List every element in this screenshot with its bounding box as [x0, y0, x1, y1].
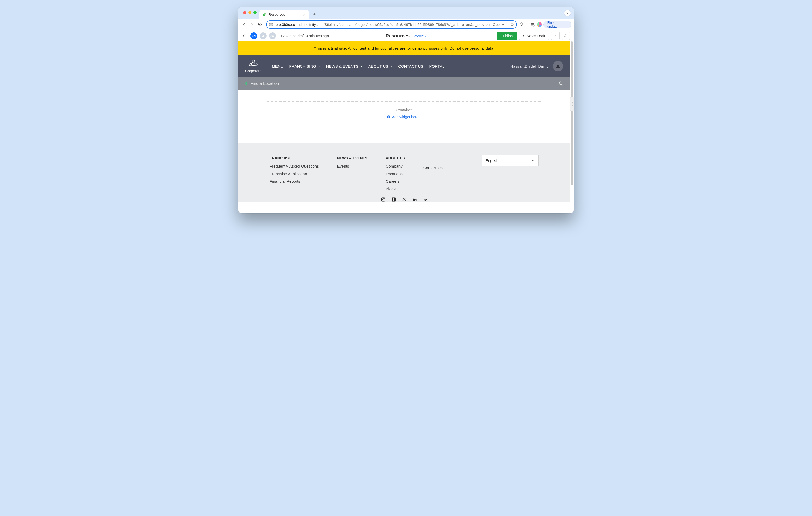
minimize-window-button[interactable] — [248, 11, 252, 14]
social-bar — [365, 194, 443, 202]
maximize-window-button[interactable] — [254, 11, 257, 14]
svg-point-7 — [553, 35, 554, 36]
favicon-icon — [262, 12, 267, 17]
footer-heading: FRANCHISE — [270, 156, 319, 160]
browser-forward-button[interactable] — [249, 20, 255, 29]
container-widget[interactable]: Container Add widget here... — [267, 101, 541, 127]
nav-item-contact[interactable]: CONTACT US — [398, 64, 423, 68]
footer-col-contact: Contact Us — [423, 165, 443, 194]
language-value: English — [486, 158, 498, 163]
scrollbar-track — [571, 41, 573, 211]
svg-point-23 — [384, 198, 384, 199]
preview-link[interactable]: Preview — [413, 34, 427, 38]
chevron-down-icon — [531, 159, 535, 162]
site-settings-icon[interactable] — [269, 22, 273, 27]
footer-contact-link[interactable]: Contact Us — [423, 165, 443, 170]
add-widget-button[interactable]: Add widget here... — [387, 115, 422, 119]
tab-overflow-button[interactable] — [564, 10, 571, 16]
chevron-down-icon: ▼ — [318, 65, 320, 68]
user-avatar-icon[interactable] — [553, 61, 563, 71]
draft-status-text: Saved as draft 3 minutes ago — [281, 34, 329, 38]
address-bar[interactable]: pro.3b0ce.cloud.sitefinity.com/Sitefinit… — [266, 20, 517, 29]
plus-circle-icon — [387, 115, 390, 119]
browser-window: Resources × + — [238, 7, 574, 213]
trial-banner: This is a trial site. All content and fu… — [238, 41, 570, 55]
finish-update-label: Finish update — [547, 21, 562, 29]
svg-rect-13 — [567, 37, 568, 37]
ab-test-pill[interactable]: A/B — [269, 32, 276, 39]
linkedin-icon[interactable] — [412, 197, 417, 202]
add-widget-label: Add widget here... — [392, 115, 422, 119]
svg-marker-14 — [252, 60, 254, 62]
svg-point-19 — [559, 82, 562, 85]
close-window-button[interactable] — [243, 11, 246, 14]
footer-link[interactable]: Locations — [386, 172, 405, 176]
footer-link[interactable]: Careers — [386, 179, 405, 183]
site-header: Corporate MENU FRANCHISING▼ NEWS & EVENT… — [238, 55, 570, 78]
language-pill[interactable]: EN — [250, 32, 257, 39]
finish-update-button[interactable]: Finish update ⋮ — [543, 21, 571, 29]
page-viewport: This is a trial site. All content and fu… — [238, 41, 574, 213]
trial-banner-bold: This is a trial site. — [314, 46, 347, 51]
footer-link[interactable]: Blogs — [386, 187, 405, 191]
scrollbar-thumb[interactable] — [571, 41, 573, 185]
chevron-down-icon: ▼ — [360, 65, 362, 68]
svg-point-6 — [263, 35, 264, 36]
find-location-link[interactable]: Find a Location — [250, 81, 279, 86]
footer-link[interactable]: Frequently Asked Questions — [270, 164, 319, 168]
url-text: pro.3b0ce.cloud.sitefinity.com/Sitefinit… — [276, 23, 508, 27]
new-tab-button[interactable]: + — [311, 10, 318, 18]
facebook-icon[interactable] — [392, 197, 396, 202]
pin-icon — [244, 81, 248, 86]
footer-link[interactable]: Financial Reports — [270, 179, 319, 183]
svg-rect-4 — [269, 25, 271, 26]
svg-rect-2 — [269, 23, 271, 24]
save-draft-button[interactable]: Save as Draft — [519, 32, 549, 40]
window-controls — [243, 11, 257, 14]
container-label: Container — [267, 108, 541, 112]
language-select[interactable]: English — [482, 155, 539, 166]
svg-point-26 — [413, 198, 413, 199]
app-center: Resources Preview — [385, 33, 427, 39]
tab-close-button[interactable]: × — [303, 12, 305, 17]
yelp-icon[interactable] — [423, 197, 428, 202]
svg-point-17 — [557, 65, 559, 66]
svg-point-22 — [382, 199, 384, 200]
user-name[interactable]: Hassan.Djirdeh Djir… — [511, 64, 548, 68]
nav-item-menu[interactable]: MENU — [272, 64, 283, 68]
instagram-icon[interactable] — [381, 197, 385, 202]
reading-list-icon[interactable] — [530, 21, 535, 28]
more-actions-button[interactable] — [551, 32, 559, 40]
footer-heading: ABOUT US — [386, 156, 405, 160]
browser-back-button[interactable] — [241, 20, 247, 29]
canvas-area: Container Add widget here... — [238, 90, 570, 143]
nav-item-franchising[interactable]: FRANCHISING▼ — [289, 64, 320, 68]
extensions-icon[interactable] — [519, 21, 524, 28]
svg-rect-11 — [564, 37, 565, 37]
footer-link[interactable]: Franchise Application — [270, 172, 319, 176]
brand[interactable]: Corporate — [245, 59, 261, 73]
publish-button[interactable]: Publish — [496, 32, 517, 40]
app-toolbar: EN A/B Saved as draft 3 minutes ago Reso… — [238, 30, 574, 41]
browser-reload-button[interactable] — [257, 20, 263, 29]
svg-rect-12 — [566, 37, 567, 37]
nav-item-news[interactable]: NEWS & EVENTS▼ — [326, 64, 362, 68]
x-twitter-icon[interactable] — [402, 197, 407, 202]
footer-link[interactable]: Events — [337, 164, 368, 168]
user-pill-icon[interactable] — [260, 32, 267, 39]
nav-item-about[interactable]: ABOUT US▼ — [368, 64, 393, 68]
bookmark-star-icon[interactable] — [510, 22, 514, 27]
brand-name: Corporate — [245, 69, 261, 73]
search-icon[interactable] — [558, 81, 564, 86]
svg-rect-3 — [271, 23, 272, 24]
browser-tab[interactable]: Resources × — [259, 10, 309, 19]
footer-link[interactable]: Company — [386, 164, 405, 168]
sitemap-button[interactable] — [562, 32, 570, 40]
footer-col-about: ABOUT US Company Locations Careers Blogs — [386, 156, 405, 194]
nav-item-portal[interactable]: PORTAL — [429, 64, 444, 68]
app-back-button[interactable] — [242, 33, 245, 38]
drawer-handle[interactable] — [570, 97, 574, 111]
footer-col-franchise: FRANCHISE Frequently Asked Questions Fra… — [270, 156, 319, 194]
profile-avatar-icon[interactable] — [537, 22, 542, 27]
kebab-icon: ⋮ — [564, 24, 568, 26]
